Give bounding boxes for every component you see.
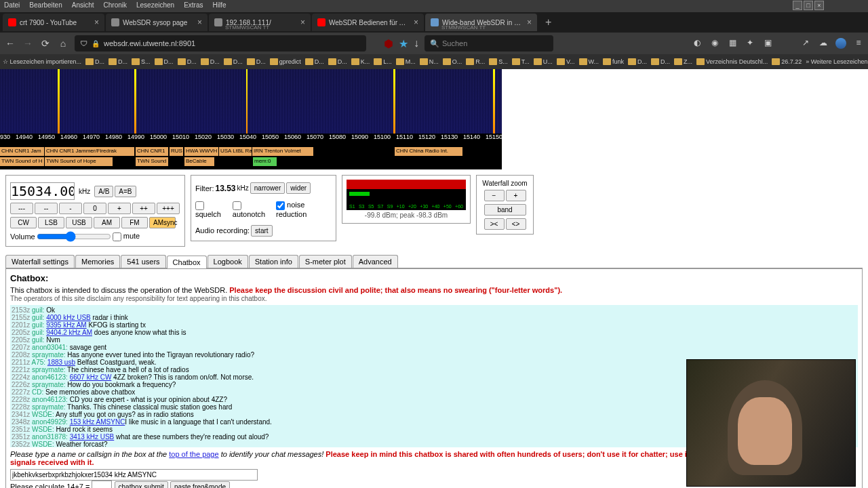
- close-tab-icon[interactable]: ×: [300, 18, 305, 27]
- bookmark-item[interactable]: D...: [305, 58, 324, 65]
- station-label[interactable]: CHN CNR1 Jammer/Firedrak: [45, 147, 134, 156]
- menu-bearbeiten[interactable]: Bearbeiten: [29, 1, 62, 11]
- bookmark-item[interactable]: M...: [396, 58, 416, 65]
- section-tab[interactable]: Station info: [249, 255, 298, 268]
- profile-avatar[interactable]: [835, 38, 846, 49]
- bookmark-item[interactable]: V...: [557, 58, 575, 65]
- bookmark-item[interactable]: D...: [178, 58, 197, 65]
- record-start-button[interactable]: start: [251, 225, 272, 237]
- station-label[interactable]: CHN China Radio Int.: [395, 147, 462, 156]
- step-button[interactable]: +: [108, 203, 131, 214]
- zoom-band-button[interactable]: band: [484, 204, 526, 216]
- bookmark-item[interactable]: L...: [374, 58, 392, 65]
- mode-button-lsb[interactable]: LSB: [38, 217, 64, 228]
- section-tab[interactable]: 541 users: [121, 255, 165, 268]
- bookmark-item[interactable]: D...: [85, 58, 104, 65]
- new-tab-button[interactable]: +: [538, 16, 558, 28]
- bookmark-item[interactable]: funk: [603, 58, 624, 65]
- station-label[interactable]: CHN CNR1: [136, 147, 168, 156]
- close-tab-icon[interactable]: ×: [527, 18, 532, 27]
- bookmark-item[interactable]: R...: [466, 58, 485, 65]
- mode-button-fm[interactable]: FM: [121, 217, 148, 228]
- home-button[interactable]: ⌂: [57, 38, 69, 49]
- back-button[interactable]: ←: [4, 38, 16, 49]
- ext-icon[interactable]: ▣: [762, 38, 773, 49]
- ublock-icon[interactable]: ⬢: [384, 37, 393, 50]
- autonotch-checkbox[interactable]: [233, 201, 241, 210]
- step-button[interactable]: 0: [83, 203, 106, 214]
- bookmark-item[interactable]: Verzeichnis Deutschl...: [696, 58, 768, 65]
- browser-tab[interactable]: 192.168.1.111/STMMWSCAN TT×: [209, 14, 311, 31]
- bookmark-item[interactable]: D...: [247, 58, 266, 65]
- bookmark-item[interactable]: D...: [628, 58, 647, 65]
- zoom-out-button[interactable]: −: [484, 190, 505, 201]
- star-icon[interactable]: ★: [399, 37, 408, 50]
- bookmark-item[interactable]: gpredict: [270, 58, 301, 65]
- station-label[interactable]: BeCable: [184, 157, 214, 166]
- menu-ansicht[interactable]: Ansicht: [72, 1, 94, 11]
- menu-lesezeichen[interactable]: Lesezeichen: [136, 1, 174, 11]
- bookmark-item[interactable]: D...: [224, 58, 243, 65]
- mute-checkbox[interactable]: [113, 232, 121, 241]
- bookmark-item[interactable]: T...: [512, 58, 530, 65]
- bookmark-item[interactable]: D...: [155, 58, 174, 65]
- ext-icon[interactable]: ▦: [727, 38, 738, 49]
- close-button[interactable]: ×: [814, 1, 824, 10]
- top-of-page-link[interactable]: top of the page: [169, 450, 218, 458]
- bookmark-item[interactable]: » Weitere Lesezeichen: [806, 58, 867, 65]
- section-tab[interactable]: Chatbox: [167, 256, 207, 268]
- menu-chronik[interactable]: Chronik: [104, 1, 127, 11]
- section-tab[interactable]: Logbook: [208, 255, 248, 268]
- station-label[interactable]: TWN Sound of Hope: [45, 157, 113, 166]
- bookmark-item[interactable]: O...: [443, 58, 462, 65]
- squelch-checkbox[interactable]: [195, 201, 204, 210]
- bookmark-item[interactable]: Z...: [674, 58, 692, 65]
- mode-button-am[interactable]: AM: [94, 217, 120, 228]
- ext-icon[interactable]: ◉: [709, 38, 720, 49]
- station-label[interactable]: TWN Sound: [136, 157, 168, 166]
- frequency-scale[interactable]: 1493014940149501496014970149801499015000…: [0, 134, 502, 146]
- close-tab-icon[interactable]: ×: [197, 18, 202, 27]
- frequency-input[interactable]: [10, 182, 75, 200]
- menu-hilfe[interactable]: Hilfe: [213, 1, 226, 11]
- station-label[interactable]: IRN Trenton Volmet: [252, 147, 313, 156]
- menu-button[interactable]: ≡: [853, 38, 864, 49]
- bookmark-item[interactable]: D...: [108, 58, 127, 65]
- bookmark-item[interactable]: S...: [132, 58, 151, 65]
- station-label[interactable]: TWN Sound of H: [0, 157, 44, 166]
- ab-button[interactable]: A/B: [94, 186, 113, 197]
- paste-freq-button[interactable]: paste freq&mode: [170, 481, 230, 488]
- close-tab-icon[interactable]: ×: [94, 18, 99, 27]
- bookmark-item[interactable]: K...: [351, 58, 370, 65]
- bookmark-item[interactable]: S...: [489, 58, 508, 65]
- menu-extras[interactable]: Extras: [184, 1, 203, 11]
- zoom-left-button[interactable]: ><: [484, 218, 505, 230]
- ext-icon[interactable]: ✦: [745, 38, 755, 49]
- menu-datei[interactable]: Datei: [4, 1, 20, 11]
- download-icon[interactable]: ↓: [414, 37, 419, 49]
- browser-tab[interactable]: crt 7900 - YouTube×: [3, 14, 104, 31]
- maximize-button[interactable]: □: [804, 1, 813, 10]
- browser-tab[interactable]: WebSDR Bedienen für Anfänger×: [312, 14, 424, 31]
- station-label[interactable]: USA LtBL Ra: [219, 147, 252, 156]
- nr-checkbox[interactable]: [276, 201, 285, 210]
- bookmark-item[interactable]: D...: [651, 58, 670, 65]
- axb-button[interactable]: A=B: [115, 186, 136, 197]
- station-label[interactable]: RUS: [170, 147, 183, 156]
- url-input[interactable]: 🛡 🔒 websdr.ewi.utwente.nl:8901: [75, 35, 366, 52]
- step-button[interactable]: -: [59, 203, 82, 214]
- section-tab[interactable]: Advanced: [353, 255, 398, 268]
- wider-button[interactable]: wider: [286, 182, 311, 194]
- station-label[interactable]: CHN CNR1 Jam: [0, 147, 44, 156]
- waterfall-display[interactable]: [0, 69, 502, 134]
- forward-button[interactable]: →: [22, 38, 34, 49]
- mode-button-amsync[interactable]: AMsync: [149, 217, 176, 228]
- reload-button[interactable]: ⟳: [39, 38, 52, 49]
- browser-tab[interactable]: Wide-band WebSDR in EnschedeSTMMWSCAN TT…: [425, 14, 537, 31]
- volume-slider[interactable]: [37, 231, 111, 242]
- station-label[interactable]: HWA WWVH: [184, 147, 218, 156]
- station-label[interactable]: mem:0: [253, 157, 277, 166]
- ext-icon[interactable]: ☁: [818, 38, 829, 49]
- mode-button-usb[interactable]: USB: [66, 217, 92, 228]
- minimize-button[interactable]: _: [793, 1, 802, 10]
